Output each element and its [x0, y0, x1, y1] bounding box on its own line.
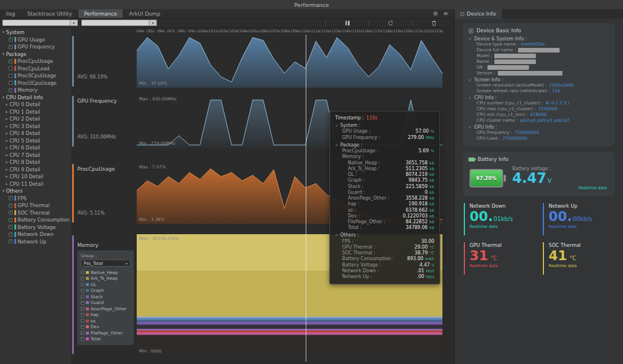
sidebar-item-cpu-10-detail[interactable]: ▸CPU 10 Detail	[0, 173, 72, 181]
checkbox[interactable]: ✓	[81, 283, 84, 286]
chevron-down-icon[interactable]: ▾	[149, 20, 157, 26]
gpu-usage-plot[interactable]: Min : 37.00%	[137, 35, 442, 88]
checkbox[interactable]: ✓	[9, 239, 13, 243]
process-combo-value[interactable]	[81, 20, 149, 26]
sidebar-item-memory[interactable]: ✓Memory	[0, 87, 72, 94]
checkbox[interactable]: ✓	[81, 313, 84, 317]
sidebar-item-cpu-3-detail[interactable]: ▸CPU 3 Detail	[0, 123, 72, 130]
tab-stacktrace-utility[interactable]: Stacktrace Utility	[21, 9, 78, 18]
memory-legend-item-ark-ts-heap[interactable]: ✓Ark_Ts_Heap	[81, 276, 130, 282]
memory-legend-item-so[interactable]: ✓so	[81, 318, 130, 324]
tree-group-cpu-detail-info[interactable]: ▾CPU Detail Info	[0, 94, 72, 102]
process-combo[interactable]: ▾	[81, 20, 157, 26]
chevron-down-icon[interactable]: ▾	[70, 20, 78, 26]
sidebar-item-battery-consumption[interactable]: ✓Battery Consumption	[0, 216, 72, 224]
checkbox[interactable]: ✓	[81, 319, 84, 322]
checkbox[interactable]: ✓	[81, 277, 84, 280]
sidebar-item-cpu-7-detail[interactable]: ▸CPU 7 Detail	[0, 152, 72, 159]
delete-button[interactable]	[416, 18, 452, 28]
sidebar-item-cpu-4-detail[interactable]: ▸CPU 4 Detail	[0, 130, 72, 137]
memory-legend-label: Native_Heap	[91, 270, 118, 275]
checkbox[interactable]: ✓	[9, 45, 13, 49]
memory-legend-item-hap[interactable]: ✓hap	[81, 312, 130, 318]
memory-legend-item-native-heap[interactable]: ✓Native_Heap	[81, 269, 130, 276]
sidebar-item-procscpuusage[interactable]: ProcSCpuUsage	[0, 72, 72, 80]
checkbox[interactable]: ✓	[81, 289, 84, 292]
time-axis[interactable]: 94s95s96s97s98s99s100s101s102s103s104s10…	[137, 28, 442, 35]
checkbox[interactable]: ✓	[81, 271, 84, 274]
sidebar-item-fps[interactable]: ✓FPS	[0, 195, 72, 202]
device-info-row-device-full-name: Device full name :	[468, 47, 609, 53]
sidebar-item-proccpuusage[interactable]: ✓ProcCpuUsage	[0, 58, 72, 65]
chevron-right-icon: ▸	[6, 153, 8, 157]
chevron-right-icon: ▸	[6, 182, 8, 186]
checkbox[interactable]: ✓	[81, 325, 84, 329]
checkbox[interactable]	[9, 74, 13, 78]
checkbox[interactable]: ✓	[81, 337, 84, 341]
checkbox[interactable]: ✓	[9, 225, 13, 229]
device-info-value: 4( 0 1 2 3 )	[546, 100, 570, 106]
memory-legend-item-filepage-other[interactable]: ✓FilePage_Other	[81, 330, 130, 336]
tab-performance[interactable]: Performance	[78, 9, 123, 18]
tab-ilog[interactable]: ilog	[0, 9, 21, 18]
sidebar-item-cpu-9-detail[interactable]: ▸CPU 9 Detail	[0, 166, 72, 174]
tab-arkui-dump[interactable]: ArkUI Dump	[123, 9, 167, 18]
checkbox[interactable]: ✓	[9, 59, 13, 63]
device-info-row-version: Version :	[468, 70, 609, 76]
sidebar-item-cpu-6-detail[interactable]: ▸CPU 6 Detail	[0, 144, 72, 152]
checkbox[interactable]: ✓	[9, 37, 13, 42]
sidebar-item-battery-voltage[interactable]: ✓Battery Voltage	[0, 224, 72, 231]
checkbox[interactable]: ✓	[81, 331, 84, 335]
memory-legend-item-guard[interactable]: ✓Guard	[81, 300, 130, 306]
memory-legend-item-gl[interactable]: ✓GL	[81, 282, 130, 288]
gpu-frequency-plot[interactable]: Max : 430.00MHz Min : 279.00MHz	[137, 95, 442, 148]
checkbox[interactable]: ✓	[9, 204, 13, 208]
sidebar-item-network-down[interactable]: ✓Network Down	[0, 231, 72, 238]
sidebar-item-proccpuload[interactable]: ProcCpuLoad	[0, 65, 72, 73]
checkbox[interactable]	[9, 81, 13, 85]
sidebar-item-cpu-5-detail[interactable]: ▸CPU 5 Detail	[0, 137, 72, 145]
memory-legend-item-dev[interactable]: ✓Dev	[81, 324, 130, 331]
time-tick: 107s	[269, 29, 279, 33]
memory-legend-item-stack[interactable]: ✓Stack	[81, 294, 130, 300]
sidebar-item-network-up[interactable]: ✓Network Up	[0, 238, 72, 246]
checkbox[interactable]: ✓	[81, 307, 84, 310]
memory-legend-item-anonpage-other[interactable]: ✓AnonPage_Other	[81, 306, 130, 312]
sidebar-item-procucpuusage[interactable]: ProcUCpuUsage	[0, 80, 72, 87]
sidebar-item-cpu-0-detail[interactable]: ▸CPU 0 Detail	[0, 101, 72, 108]
checkbox[interactable]	[9, 66, 13, 70]
sidebar-item-cpu-8-detail[interactable]: ▸CPU 8 Detail	[0, 159, 72, 166]
time-tick: 96s	[157, 29, 164, 33]
sidebar-item-cpu-1-detail[interactable]: ▸CPU 1 Detail	[0, 108, 72, 116]
target-combo-value[interactable]	[2, 20, 70, 26]
menu-icon[interactable]: ≡	[444, 10, 448, 17]
memory-plot[interactable]: Max : 35156.25kb Min : 00kb	[137, 234, 442, 355]
tree-group-package[interactable]: ▾Package	[0, 51, 72, 58]
checkbox[interactable]: ✓	[81, 295, 84, 298]
memory-legend-item-graph[interactable]: ✓Graph	[81, 288, 130, 294]
pause-button[interactable]	[329, 18, 365, 28]
sidebar-item-gpu-frequency[interactable]: ✓GPU Frequency	[0, 43, 72, 51]
tab-device-info[interactable]: Device Info	[455, 9, 502, 18]
tree-group-others[interactable]: ▾Others	[0, 187, 72, 195]
settings-gear-icon[interactable]: ⚙	[433, 10, 438, 17]
series-color-bar	[14, 239, 16, 244]
memory-legend-item-total[interactable]: ✓Total	[81, 336, 130, 343]
sidebar-item-soc-thermal[interactable]: ✓SOC Thermal	[0, 209, 72, 217]
checkbox[interactable]: ✓	[9, 88, 13, 92]
checkbox[interactable]: ✓	[81, 301, 84, 305]
sidebar-item-gpu-usage[interactable]: ✓GPU Usage	[0, 36, 72, 44]
sidebar-item-cpu-2-detail[interactable]: ▸CPU 2 Detail	[0, 115, 72, 123]
memory-group-dropdown[interactable]: Pss_Total ▾	[81, 260, 130, 267]
checkbox[interactable]: ✓	[9, 218, 13, 222]
refresh-button[interactable]	[373, 18, 408, 28]
proc-cpu-usage-plot[interactable]: Max : 7.07% Min : 3.38%	[137, 163, 442, 224]
sidebar-item-gpu-thermal[interactable]: ✓GPU Thermal	[0, 202, 72, 209]
sidebar-item-cpu-11-detail[interactable]: ▸CPU 11 Detail	[0, 181, 72, 188]
checkbox[interactable]: ✓	[9, 211, 13, 215]
tree-group-system[interactable]: ▾System	[0, 29, 72, 36]
checkbox[interactable]: ✓	[9, 232, 13, 237]
checkbox[interactable]: ✓	[9, 196, 13, 200]
target-combo[interactable]: ▾	[2, 20, 78, 26]
series-color-bar	[14, 59, 16, 64]
